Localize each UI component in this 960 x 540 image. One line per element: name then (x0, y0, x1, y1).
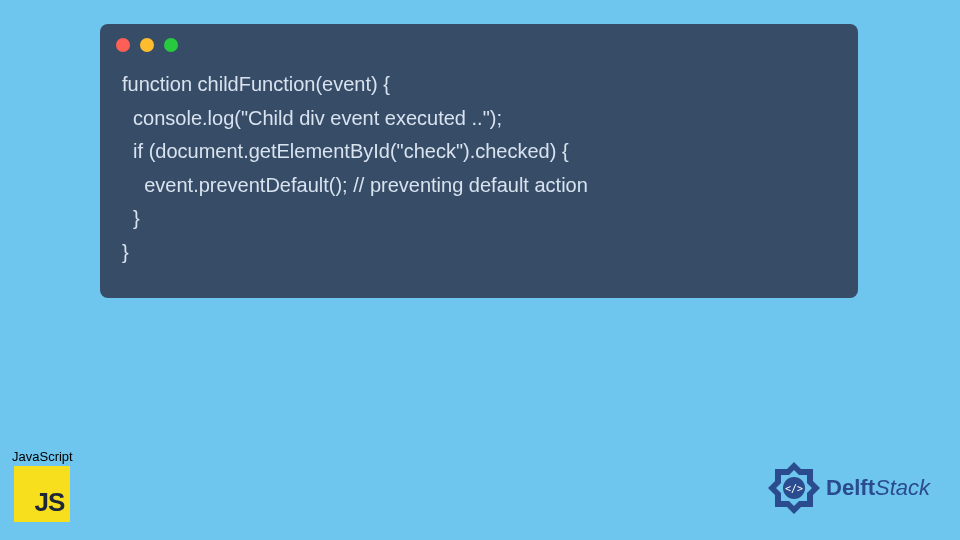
window-header (100, 24, 858, 58)
code-line: event.preventDefault(); // preventing de… (122, 174, 588, 196)
window-minimize-icon (140, 38, 154, 52)
window-close-icon (116, 38, 130, 52)
javascript-logo-icon: JS (14, 466, 70, 522)
javascript-logo-text: JS (35, 487, 65, 518)
code-line: if (document.getElementById("check").che… (122, 140, 569, 162)
code-line: function childFunction(event) { (122, 73, 390, 95)
delftstack-badge: </> DelftStack (766, 460, 930, 516)
code-line: } (122, 207, 140, 229)
javascript-label: JavaScript (12, 449, 73, 464)
delft-prefix: Delft (826, 475, 875, 500)
code-window: function childFunction(event) { console.… (100, 24, 858, 298)
delftstack-text: DelftStack (826, 475, 930, 501)
delft-suffix: Stack (875, 475, 930, 500)
code-line: } (122, 241, 129, 263)
svg-text:</>: </> (785, 483, 803, 494)
code-content: function childFunction(event) { console.… (100, 58, 858, 278)
window-maximize-icon (164, 38, 178, 52)
code-line: console.log("Child div event executed ..… (122, 107, 502, 129)
delftstack-logo-icon: </> (766, 460, 822, 516)
javascript-badge: JavaScript JS (12, 449, 73, 522)
